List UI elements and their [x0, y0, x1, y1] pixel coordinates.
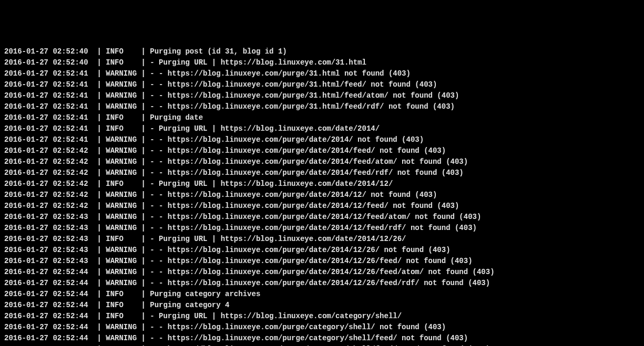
log-line: 2016-01-27 02:52:42 | WARNING | - - http…: [4, 167, 640, 179]
log-line: 2016-01-27 02:52:43 | WARNING | - - http…: [4, 212, 640, 223]
log-line: 2016-01-27 02:52:42 | WARNING | - - http…: [4, 201, 640, 212]
log-line: 2016-01-27 02:52:43 | WARNING | - - http…: [4, 223, 640, 234]
log-line: 2016-01-27 02:52:43 | WARNING | - - http…: [4, 245, 640, 256]
log-line: 2016-01-27 02:52:43 | INFO | - Purging U…: [4, 234, 640, 245]
log-line: 2016-01-27 02:52:41 | INFO | - Purging U…: [4, 123, 640, 134]
log-line: 2016-01-27 02:52:40 | INFO | Purging pos…: [4, 46, 640, 57]
log-line: 2016-01-27 02:52:44 | WARNING | - - http…: [4, 322, 640, 333]
terminal-log-output: 2016-01-27 02:52:40 | INFO | Purging pos…: [4, 46, 640, 346]
log-line: 2016-01-27 02:52:41 | WARNING | - - http…: [4, 90, 640, 101]
log-line: 2016-01-27 02:52:41 | WARNING | - - http…: [4, 68, 640, 79]
log-line: 2016-01-27 02:52:44 | WARNING | - - http…: [4, 333, 640, 344]
log-line: 2016-01-27 02:52:44 | WARNING | - - http…: [4, 267, 640, 278]
log-line: 2016-01-27 02:52:40 | INFO | - Purging U…: [4, 57, 640, 68]
log-line: 2016-01-27 02:52:44 | INFO | Purging cat…: [4, 300, 640, 311]
log-line: 2016-01-27 02:52:44 | INFO | - Purging U…: [4, 311, 640, 322]
log-line: 2016-01-27 02:52:42 | WARNING | - - http…: [4, 190, 640, 201]
log-line: 2016-01-27 02:52:41 | INFO | Purging dat…: [4, 112, 640, 123]
log-line: 2016-01-27 02:52:42 | WARNING | - - http…: [4, 156, 640, 167]
log-line: 2016-01-27 02:52:44 | WARNING | - - http…: [4, 344, 640, 346]
log-line: 2016-01-27 02:52:41 | WARNING | - - http…: [4, 101, 640, 112]
log-line: 2016-01-27 02:52:41 | WARNING | - - http…: [4, 134, 640, 145]
log-line: 2016-01-27 02:52:41 | WARNING | - - http…: [4, 79, 640, 90]
log-line: 2016-01-27 02:52:44 | INFO | Purging cat…: [4, 289, 640, 300]
log-line: 2016-01-27 02:52:42 | INFO | - Purging U…: [4, 179, 640, 190]
log-line: 2016-01-27 02:52:43 | WARNING | - - http…: [4, 256, 640, 267]
log-line: 2016-01-27 02:52:42 | WARNING | - - http…: [4, 145, 640, 156]
log-line: 2016-01-27 02:52:44 | WARNING | - - http…: [4, 278, 640, 289]
